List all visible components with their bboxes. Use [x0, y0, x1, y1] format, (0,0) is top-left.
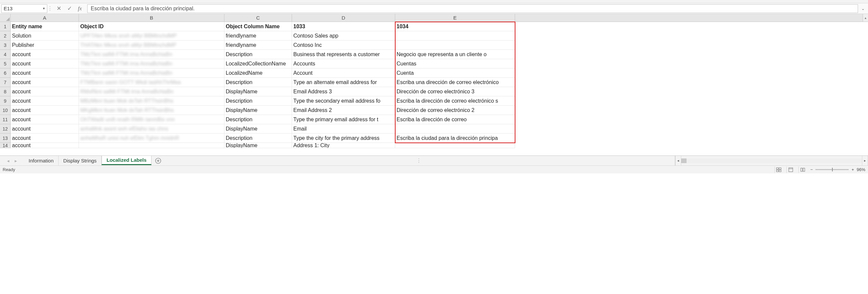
cell[interactable]: DisplayName: [224, 143, 292, 148]
scroll-up-button[interactable]: ▴: [863, 14, 868, 22]
cell[interactable]: [79, 143, 224, 148]
cell[interactable]: DisplayName: [224, 106, 292, 115]
formula-input[interactable]: Escriba la ciudad para la dirección prin…: [87, 4, 858, 13]
cell[interactable]: Dirección de correo electrónico 3: [395, 87, 515, 96]
cell[interactable]: Type the secondary email address fo: [292, 96, 395, 106]
cell[interactable]: account: [11, 68, 79, 78]
cell[interactable]: [395, 143, 515, 148]
scroll-left-button[interactable]: ◂: [675, 156, 681, 166]
cell[interactable]: Account: [292, 68, 395, 78]
cell[interactable]: Solution: [11, 31, 79, 40]
cell[interactable]: Escriba una dirección de correo electrón…: [395, 78, 515, 87]
row-header-5[interactable]: 5: [0, 59, 10, 68]
expand-formula-icon[interactable]: ⌄: [860, 4, 866, 13]
row-header-2[interactable]: 2: [0, 31, 10, 40]
cell[interactable]: account: [11, 143, 79, 148]
row-header-13[interactable]: 13: [0, 134, 10, 143]
column-header-C[interactable]: C: [224, 14, 292, 22]
sheet-nav-buttons[interactable]: ◂ ▸: [0, 158, 24, 163]
page-layout-view-icon[interactable]: [786, 167, 795, 173]
cell[interactable]: MKgMkni ttuan Mok dxTah RTThsinBhs: [79, 106, 224, 115]
cell[interactable]: Escriba la dirección de correo: [395, 115, 515, 124]
cell[interactable]: TMzTkni salMi FTMt irna AnnaBchiaBn: [79, 50, 224, 59]
horizontal-scrollbar[interactable]: ◂ ▸: [675, 156, 868, 166]
zoom-slider[interactable]: [815, 169, 849, 170]
cell[interactable]: TMzTkni salMi FTMt irna AnnaBchiaBn: [79, 59, 224, 68]
cell[interactable]: TMzTkni salMi FTMt irna AnnaBchiaBn: [79, 68, 224, 78]
row-header-6[interactable]: 6: [0, 68, 10, 78]
cell[interactable]: friendlyname: [224, 40, 292, 50]
cell[interactable]: DisplayName: [224, 124, 292, 134]
cell[interactable]: Type the primary email address for t: [292, 115, 395, 124]
cell[interactable]: Escriba la ciudad para la dirección prin…: [395, 134, 515, 143]
zoom-controls[interactable]: − + 96%: [810, 167, 865, 172]
cell[interactable]: LocalizedName: [224, 68, 292, 78]
cell[interactable]: account: [11, 50, 79, 59]
column-headers[interactable]: ABCDE: [11, 14, 863, 22]
column-header-D[interactable]: D: [292, 14, 395, 22]
cell[interactable]: Escriba la dirección de correo electróni…: [395, 96, 515, 106]
normal-view-icon[interactable]: [774, 167, 783, 173]
row-header-12[interactable]: 12: [0, 124, 10, 134]
cell[interactable]: Cuentas: [395, 59, 515, 68]
cell[interactable]: Cuenta: [395, 68, 515, 78]
cell[interactable]: RMxRkni salMi FTMt irna AnnaBchiaBn: [79, 87, 224, 96]
next-sheet-icon[interactable]: ▸: [14, 158, 17, 163]
cell[interactable]: Contoso Sales app: [292, 31, 395, 40]
cell[interactable]: Dirección de correo electrónico 2: [395, 106, 515, 115]
row-header-14[interactable]: 14: [0, 143, 10, 148]
name-box[interactable]: E13 ▾: [1, 4, 47, 13]
sheet-tab-localized-labels[interactable]: Localized Labels: [101, 155, 152, 165]
cell[interactable]: Object Column Name: [224, 22, 292, 31]
row-header-3[interactable]: 3: [0, 40, 10, 50]
cell[interactable]: [395, 31, 515, 40]
cell[interactable]: THATAkn Mkos snxh aMyi BBMtnchdMP: [79, 40, 224, 50]
select-all-corner[interactable]: [0, 14, 11, 22]
row-header-11[interactable]: 11: [0, 115, 10, 124]
scroll-track[interactable]: [681, 158, 862, 163]
row-header-8[interactable]: 8: [0, 87, 10, 96]
row-header-10[interactable]: 10: [0, 106, 10, 115]
cell[interactable]: LocalizedCollectionName: [224, 59, 292, 68]
cell[interactable]: FTMBann saxin GOTT Wkdi tadAhThrMea: [79, 78, 224, 87]
cell[interactable]: [395, 40, 515, 50]
cell[interactable]: MBzMkni ttuan Mok dxTah RTThsinBhs: [79, 96, 224, 106]
cell[interactable]: DisplayName: [224, 87, 292, 96]
cell[interactable]: account: [11, 134, 79, 143]
cell[interactable]: Email Address 2: [292, 106, 395, 115]
cell[interactable]: 1034: [395, 22, 515, 31]
cell[interactable]: [395, 124, 515, 134]
cell[interactable]: Description: [224, 134, 292, 143]
cell[interactable]: Type an alternate email address for: [292, 78, 395, 87]
zoom-in-icon[interactable]: +: [851, 167, 854, 172]
cell[interactable]: account: [11, 106, 79, 115]
page-break-view-icon[interactable]: [798, 167, 807, 173]
cell[interactable]: UPFTAkn Mkos snxh aMyi BBMtnchdMP: [79, 31, 224, 40]
row-header-4[interactable]: 4: [0, 50, 10, 59]
cell[interactable]: account: [11, 115, 79, 124]
column-header-A[interactable]: A: [11, 14, 79, 22]
scroll-thumb[interactable]: [681, 158, 686, 163]
add-sheet-button[interactable]: [154, 156, 163, 166]
cell[interactable]: Description: [224, 78, 292, 87]
cell[interactable]: Email Address 3: [292, 87, 395, 96]
cell[interactable]: OhTWadti unifi nnalh RMth tanmBis vnn: [79, 115, 224, 124]
cell[interactable]: Entity name: [11, 22, 79, 31]
cell[interactable]: Contoso Inc: [292, 40, 395, 50]
cell[interactable]: friendlyname: [224, 31, 292, 40]
cell[interactable]: Publisher: [11, 40, 79, 50]
cell[interactable]: Type the city for the primary address: [292, 134, 395, 143]
cell[interactable]: Description: [224, 96, 292, 106]
row-header-1[interactable]: 1: [0, 22, 10, 31]
sheet-tab-information[interactable]: Information: [24, 156, 59, 166]
cell[interactable]: account: [11, 78, 79, 87]
cells-area[interactable]: Entity nameObject IDObject Column Name10…: [11, 22, 863, 148]
fx-icon[interactable]: fx: [78, 6, 82, 12]
cell[interactable]: account: [11, 59, 79, 68]
spreadsheet-grid[interactable]: ABCDE ▴ 1234567891011121314 Entity nameO…: [0, 14, 868, 155]
row-headers[interactable]: 1234567891011121314: [0, 22, 11, 148]
row-header-7[interactable]: 7: [0, 78, 10, 87]
zoom-percent[interactable]: 96%: [857, 167, 865, 172]
cell[interactable]: Description: [224, 50, 292, 59]
sheet-tab-display-strings[interactable]: Display Strings: [59, 156, 101, 166]
